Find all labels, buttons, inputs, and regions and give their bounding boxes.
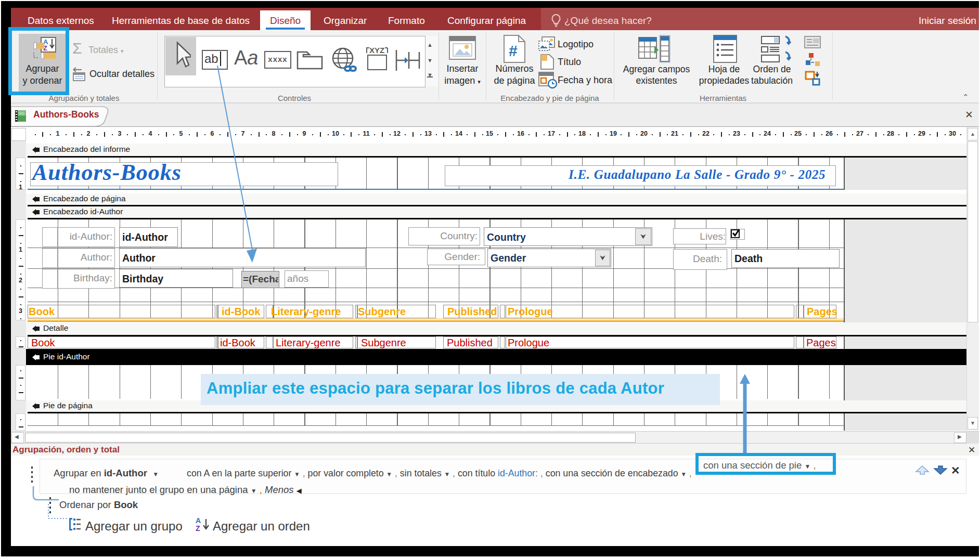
svg-text:A: A: [196, 517, 201, 525]
svg-text:XYZ: XYZ: [369, 46, 384, 55]
svg-text:Z: Z: [196, 524, 200, 533]
svg-text:#: #: [509, 42, 518, 59]
